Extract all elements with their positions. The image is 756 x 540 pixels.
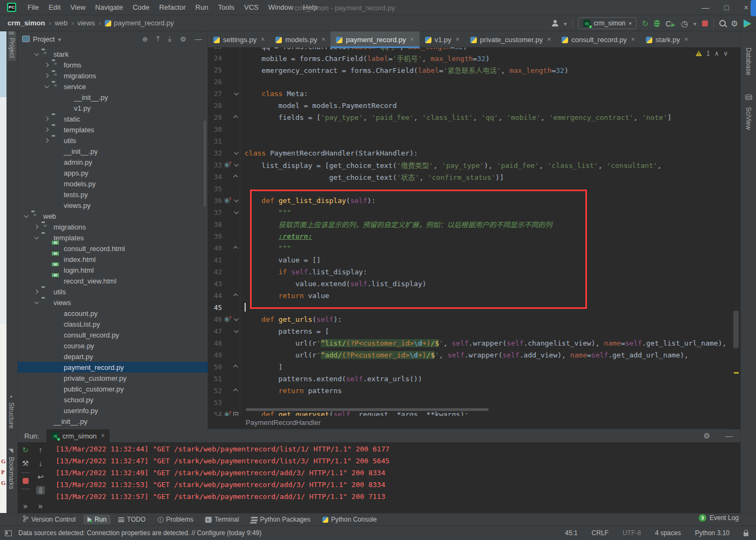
collapse-all-icon[interactable]: ⤓ (168, 35, 172, 43)
fold-marker-icon[interactable] (232, 194, 240, 206)
toolwindow-todo[interactable]: TODO (114, 515, 150, 524)
panel-settings-gear-icon[interactable]: ⚙ (180, 35, 186, 43)
fold-marker-icon[interactable] (232, 171, 240, 183)
run-tab[interactable]: dj crm_simon × (46, 429, 110, 442)
tool-window-switcher-icon[interactable] (5, 530, 12, 536)
stop-button[interactable] (702, 21, 708, 26)
stop-process-icon[interactable] (23, 478, 29, 484)
tree-item-stark[interactable]: stark (18, 49, 208, 59)
debug-button[interactable] (654, 20, 660, 27)
toolwindow-python-console[interactable]: Python Console (318, 515, 381, 524)
toolwindow-terminal[interactable]: >_Terminal (201, 515, 243, 524)
horizontal-scrollbar[interactable] (246, 408, 489, 411)
settings-gear-icon[interactable]: ⚙ (731, 19, 738, 28)
breadcrumb-file[interactable]: payment_record.py (114, 19, 174, 27)
close-icon[interactable]: × (547, 36, 551, 43)
tree-item-private_customer.py[interactable]: private_customer.py (18, 373, 208, 383)
run-settings-gear-icon[interactable]: ⚙ (703, 431, 710, 440)
tree-item-classList.py[interactable]: classList.py (18, 319, 208, 329)
minimize-button[interactable]: — (701, 3, 709, 12)
run-configuration-selector[interactable]: dj crm_simon (578, 17, 637, 29)
tree-item-index.html[interactable]: index.html (18, 254, 208, 265)
tree-item-record_view.html[interactable]: record_view.html (18, 275, 208, 286)
tree-item-__init__.py[interactable]: __init__.py (18, 92, 208, 103)
tree-item-forms[interactable]: forms (18, 59, 208, 70)
close-icon[interactable]: × (321, 36, 325, 43)
override-method-icon[interactable]: o (222, 198, 232, 204)
rerun-server-icon[interactable]: ↻ (22, 446, 29, 454)
code-line-25[interactable]: 25 emergency_contract = forms.CharField(… (208, 64, 732, 76)
close-icon[interactable]: × (631, 36, 635, 43)
tree-item-service[interactable]: service (18, 81, 208, 92)
coverage-button[interactable]: ◷ (681, 19, 688, 28)
chevron-down-icon[interactable] (32, 301, 40, 304)
tree-item-school.py[interactable]: school.py (18, 394, 208, 405)
chevron-down-icon[interactable] (22, 214, 30, 218)
status-message[interactable]: Data sources detected: Connection proper… (18, 529, 261, 537)
user-icon[interactable] (552, 20, 558, 26)
tab-private_customer.py[interactable]: private_customer.py× (465, 31, 556, 48)
toolwindow-python-packages[interactable]: Python Packages (247, 515, 315, 524)
tree-item-public_customer.py[interactable]: public_customer.py (18, 383, 208, 394)
tree-item-templates[interactable]: templates (18, 124, 208, 135)
code-line-38[interactable]: 38 获取页面上应该显示的列，预留的自定义扩展，例如：以后根据用户的不同显示不同… (208, 218, 732, 230)
fold-marker-icon[interactable] (232, 147, 240, 159)
code-line-49[interactable]: 49 url(r'^add/(?P<customer_id>\d+)/$', s… (208, 349, 732, 361)
code-line-45[interactable]: 45 (208, 301, 732, 313)
override-method-icon[interactable]: o (222, 316, 232, 322)
close-icon[interactable]: × (456, 36, 460, 43)
chevron-right-icon[interactable] (32, 290, 40, 293)
tool-strip-database[interactable]: Database (745, 48, 752, 75)
code-line-26[interactable]: 26 (208, 76, 732, 87)
tree-item-templates[interactable]: templates (18, 232, 208, 243)
tree-item-course.py[interactable]: course.py (18, 340, 208, 351)
editor-breadcrumb[interactable]: PaymentRecordHandler (208, 416, 732, 429)
tab-payment_record.py[interactable]: payment_record.py× (330, 31, 419, 48)
override-method-icon[interactable]: o (222, 411, 232, 416)
tree-item-userinfo.py[interactable]: userinfo.py (18, 405, 208, 416)
fold-marker-icon[interactable] (232, 206, 240, 218)
fold-marker-icon[interactable] (232, 361, 240, 373)
line-separator[interactable]: CRLF (592, 529, 609, 537)
chevron-right-icon[interactable] (32, 225, 40, 228)
breadcrumb-web[interactable]: web (55, 19, 68, 27)
chevron-right-icon[interactable] (43, 63, 50, 66)
menu-tools[interactable]: Tools (213, 0, 239, 15)
code-line-33[interactable]: 33o list_display = [get_choice_text('缴费类… (208, 159, 732, 171)
code-line-50[interactable]: 50 ] (208, 361, 732, 373)
hide-run-panel-icon[interactable]: — (725, 431, 733, 440)
code-line-30[interactable]: 30 (208, 123, 732, 135)
close-icon[interactable]: × (101, 432, 105, 440)
code-line-53[interactable]: 53 (208, 396, 732, 408)
code-line-29[interactable]: 29 fields = ['pay_type', 'paid_fee', 'cl… (208, 111, 732, 123)
fold-marker-icon[interactable] (232, 242, 240, 254)
soft-wrap-icon[interactable]: ↩ (37, 473, 44, 481)
code-line-24[interactable]: 24 mobile = forms.CharField(label='手机号',… (208, 52, 732, 64)
menu-edit[interactable]: Edit (44, 0, 65, 15)
tree-item-__init__.py[interactable]: __init__.py (18, 146, 208, 157)
tab-v1.py[interactable]: v1.py× (420, 31, 465, 48)
fold-marker-icon[interactable] (232, 313, 240, 325)
more-actions-icon[interactable]: » (23, 502, 28, 510)
code-line-42[interactable]: 42 if self.list_display: (208, 266, 732, 278)
tree-item-login.html[interactable]: login.html (18, 265, 208, 275)
toolwindow-version-control[interactable]: Version Control (18, 514, 80, 525)
toolwindow-problems[interactable]: !Problems (153, 515, 198, 524)
build-wrench-icon[interactable]: ⚒ (22, 459, 29, 468)
code-line-31[interactable]: 31 (208, 135, 732, 147)
menu-refactor[interactable]: Refactor (154, 0, 191, 15)
code-line-44[interactable]: 44 return value (208, 289, 732, 301)
code-line-23[interactable]: 23 qq = forms.CharField(label='qq号', max… (208, 48, 732, 52)
fold-marker-icon[interactable] (232, 289, 240, 301)
file-encoding[interactable]: UTF-8 (623, 529, 641, 537)
code-line-34[interactable]: 34 get_choice_text('状态', 'confirm_status… (208, 171, 732, 183)
breadcrumb-project[interactable]: crm_simon (8, 19, 45, 27)
code-line-39[interactable]: 39 :return: (208, 230, 732, 242)
code-line-51[interactable]: 51 patterns.extend(self.extra_urls()) (208, 373, 732, 384)
caret-position[interactable]: 45:1 (565, 529, 577, 537)
plugin-run-icon[interactable] (744, 19, 751, 27)
tree-item-tests.py[interactable]: tests.py (18, 189, 208, 200)
chevron-right-icon[interactable] (43, 74, 50, 77)
tree-item-consult_record.html[interactable]: consult_record.html (18, 243, 208, 254)
menu-window[interactable]: Window (264, 0, 298, 15)
